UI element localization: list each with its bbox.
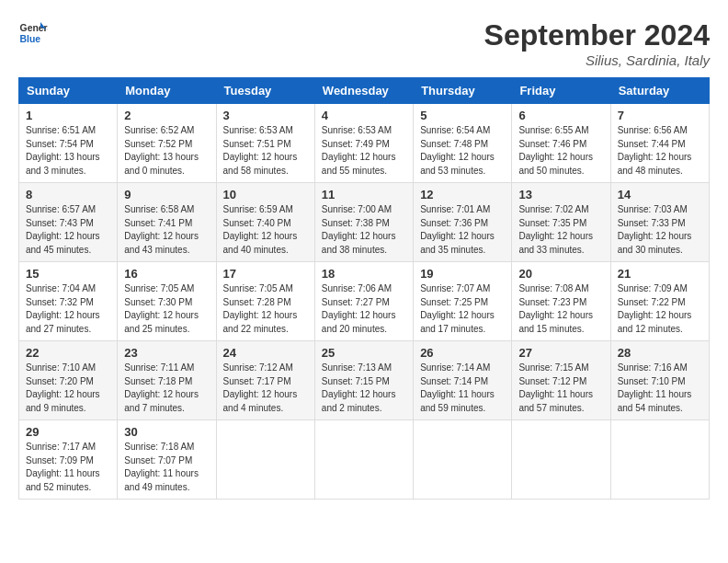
logo-icon: General Blue [18,18,48,48]
calendar-cell: 17Sunrise: 7:05 AMSunset: 7:28 PMDayligh… [216,262,314,341]
calendar-cell: 24Sunrise: 7:12 AMSunset: 7:17 PMDayligh… [216,341,314,420]
logo: General Blue [18,18,48,48]
weekday-thursday: Thursday [414,78,512,104]
location: Silius, Sardinia, Italy [484,52,710,68]
calendar-cell: 18Sunrise: 7:06 AMSunset: 7:27 PMDayligh… [314,262,413,341]
calendar-cell: 28Sunrise: 7:16 AMSunset: 7:10 PMDayligh… [610,341,709,420]
title-block: September 2024 Silius, Sardinia, Italy [484,18,710,68]
day-number: 25 [322,346,406,360]
calendar-week-row: 29Sunrise: 7:17 AMSunset: 7:09 PMDayligh… [19,420,710,500]
calendar-cell: 10Sunrise: 6:59 AMSunset: 7:40 PMDayligh… [216,183,314,262]
day-number: 18 [322,267,406,281]
day-info: Sunrise: 6:56 AMSunset: 7:44 PMDaylight:… [618,124,702,178]
page-header: General Blue September 2024 Silius, Sard… [18,18,710,68]
day-number: 15 [26,267,110,281]
calendar-cell: 16Sunrise: 7:05 AMSunset: 7:30 PMDayligh… [118,262,216,341]
day-info: Sunrise: 7:03 AMSunset: 7:33 PMDaylight:… [618,203,702,257]
day-info: Sunrise: 6:55 AMSunset: 7:46 PMDaylight:… [518,124,603,178]
day-info: Sunrise: 7:12 AMSunset: 7:17 PMDaylight:… [223,362,308,415]
calendar-cell: 15Sunrise: 7:04 AMSunset: 7:32 PMDayligh… [19,262,118,341]
calendar-cell: 5Sunrise: 6:54 AMSunset: 7:48 PMDaylight… [414,104,512,183]
day-info: Sunrise: 7:01 AMSunset: 7:36 PMDaylight:… [420,203,505,257]
day-info: Sunrise: 7:05 AMSunset: 7:30 PMDaylight:… [124,282,209,336]
weekday-saturday: Saturday [610,78,709,104]
weekday-friday: Friday [512,78,610,104]
day-info: Sunrise: 7:00 AMSunset: 7:38 PMDaylight:… [322,203,406,257]
day-number: 27 [518,346,603,360]
calendar-cell: 2Sunrise: 6:52 AMSunset: 7:52 PMDaylight… [118,104,216,183]
weekday-monday: Monday [118,78,216,104]
calendar-week-row: 22Sunrise: 7:10 AMSunset: 7:20 PMDayligh… [19,341,710,420]
day-info: Sunrise: 6:53 AMSunset: 7:51 PMDaylight:… [223,124,308,178]
day-info: Sunrise: 7:10 AMSunset: 7:20 PMDaylight:… [26,362,110,415]
day-number: 12 [420,188,505,201]
day-number: 14 [618,188,702,201]
calendar-cell: 22Sunrise: 7:10 AMSunset: 7:20 PMDayligh… [19,341,118,420]
day-number: 23 [124,346,209,360]
day-info: Sunrise: 6:58 AMSunset: 7:41 PMDaylight:… [124,203,209,257]
day-number: 22 [26,346,110,360]
day-number: 13 [518,188,603,201]
calendar-cell: 13Sunrise: 7:02 AMSunset: 7:35 PMDayligh… [512,183,610,262]
calendar-cell [414,420,512,500]
day-number: 4 [322,109,406,122]
day-info: Sunrise: 7:08 AMSunset: 7:23 PMDaylight:… [518,282,603,336]
day-info: Sunrise: 6:59 AMSunset: 7:40 PMDaylight:… [223,203,308,257]
calendar-cell: 23Sunrise: 7:11 AMSunset: 7:18 PMDayligh… [118,341,216,420]
day-info: Sunrise: 7:14 AMSunset: 7:14 PMDaylight:… [420,362,505,415]
weekday-sunday: Sunday [19,78,118,104]
month-title: September 2024 [484,18,710,52]
day-info: Sunrise: 6:57 AMSunset: 7:43 PMDaylight:… [26,203,110,257]
day-number: 30 [124,425,209,439]
calendar-cell: 4Sunrise: 6:53 AMSunset: 7:49 PMDaylight… [314,104,413,183]
calendar-cell: 25Sunrise: 7:13 AMSunset: 7:15 PMDayligh… [314,341,413,420]
calendar-cell: 12Sunrise: 7:01 AMSunset: 7:36 PMDayligh… [414,183,512,262]
day-info: Sunrise: 7:15 AMSunset: 7:12 PMDaylight:… [518,362,603,415]
day-info: Sunrise: 6:54 AMSunset: 7:48 PMDaylight:… [420,124,505,178]
day-number: 8 [26,188,110,201]
day-info: Sunrise: 7:02 AMSunset: 7:35 PMDaylight:… [518,203,603,257]
day-number: 24 [223,346,308,360]
day-number: 9 [124,188,209,201]
day-number: 19 [420,267,505,281]
day-info: Sunrise: 7:18 AMSunset: 7:07 PMDaylight:… [124,441,209,494]
calendar-week-row: 1Sunrise: 6:51 AMSunset: 7:54 PMDaylight… [19,104,710,183]
calendar-cell [610,420,709,500]
day-number: 7 [618,109,702,122]
calendar-cell: 27Sunrise: 7:15 AMSunset: 7:12 PMDayligh… [512,341,610,420]
calendar-cell: 21Sunrise: 7:09 AMSunset: 7:22 PMDayligh… [610,262,709,341]
calendar-table: SundayMondayTuesdayWednesdayThursdayFrid… [18,77,710,500]
calendar-cell: 19Sunrise: 7:07 AMSunset: 7:25 PMDayligh… [414,262,512,341]
calendar-cell: 26Sunrise: 7:14 AMSunset: 7:14 PMDayligh… [414,341,512,420]
day-number: 21 [618,267,702,281]
calendar-cell: 20Sunrise: 7:08 AMSunset: 7:23 PMDayligh… [512,262,610,341]
calendar-cell: 11Sunrise: 7:00 AMSunset: 7:38 PMDayligh… [314,183,413,262]
calendar-cell: 8Sunrise: 6:57 AMSunset: 7:43 PMDaylight… [19,183,118,262]
calendar-cell: 6Sunrise: 6:55 AMSunset: 7:46 PMDaylight… [512,104,610,183]
day-number: 1 [26,109,110,122]
svg-text:General: General [20,23,48,33]
day-number: 29 [26,425,110,439]
svg-text:Blue: Blue [20,34,41,44]
calendar-week-row: 15Sunrise: 7:04 AMSunset: 7:32 PMDayligh… [19,262,710,341]
day-number: 17 [223,267,308,281]
calendar-week-row: 8Sunrise: 6:57 AMSunset: 7:43 PMDaylight… [19,183,710,262]
calendar-cell: 30Sunrise: 7:18 AMSunset: 7:07 PMDayligh… [118,420,216,500]
calendar-cell: 9Sunrise: 6:58 AMSunset: 7:41 PMDaylight… [118,183,216,262]
day-info: Sunrise: 7:06 AMSunset: 7:27 PMDaylight:… [322,282,406,336]
day-info: Sunrise: 7:17 AMSunset: 7:09 PMDaylight:… [26,441,110,494]
calendar-cell: 1Sunrise: 6:51 AMSunset: 7:54 PMDaylight… [19,104,118,183]
calendar-cell: 29Sunrise: 7:17 AMSunset: 7:09 PMDayligh… [19,420,118,500]
day-info: Sunrise: 6:53 AMSunset: 7:49 PMDaylight:… [322,124,406,178]
calendar-cell [512,420,610,500]
calendar-cell: 7Sunrise: 6:56 AMSunset: 7:44 PMDaylight… [610,104,709,183]
day-info: Sunrise: 7:16 AMSunset: 7:10 PMDaylight:… [618,362,702,415]
weekday-wednesday: Wednesday [314,78,413,104]
day-number: 16 [124,267,209,281]
day-number: 5 [420,109,505,122]
day-number: 28 [618,346,702,360]
day-info: Sunrise: 7:09 AMSunset: 7:22 PMDaylight:… [618,282,702,336]
calendar-cell [314,420,413,500]
day-number: 10 [223,188,308,201]
day-number: 20 [518,267,603,281]
